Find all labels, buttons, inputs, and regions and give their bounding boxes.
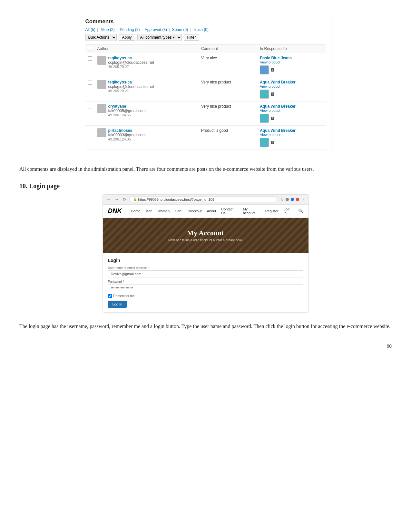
comments-filter-row: All (5) | Mine (2) | Pending (2) | Appro… bbox=[85, 27, 326, 32]
nav-women[interactable]: Women bbox=[158, 209, 170, 213]
response-cell: Aqua Wind Breaker View product 2 bbox=[257, 77, 326, 102]
section-10-heading: 10. Login page bbox=[19, 182, 392, 190]
author-email: ccplogin@cloudaccess.net bbox=[108, 60, 154, 65]
product-badge: 1 bbox=[271, 68, 274, 72]
table-row: crystyane fak00005@gmail.com 49.206.124.… bbox=[85, 102, 326, 126]
product-name[interactable]: Aqua Wind Breaker bbox=[260, 80, 323, 84]
row-checkbox-1[interactable] bbox=[88, 81, 92, 85]
lock-icon: 🔒 bbox=[133, 198, 137, 201]
author-ip: 49.205.79.27 bbox=[108, 65, 154, 69]
table-row: pirfactmoses fak00003@gmail.com 49.206.1… bbox=[85, 126, 326, 150]
response-cell: Aqua Wind Breaker View product 2 bbox=[257, 126, 326, 150]
filter-all[interactable]: All (5) bbox=[85, 27, 95, 32]
nav-login[interactable]: Log In bbox=[284, 207, 293, 215]
description-paragraph-2: The login page has the username, passwor… bbox=[19, 322, 392, 331]
col-author: Author bbox=[95, 44, 199, 53]
login-section-title: Login bbox=[108, 258, 303, 263]
comment-cell: Product is good bbox=[199, 126, 257, 150]
login-section: Login Username or email address * Passwo… bbox=[103, 253, 308, 312]
browser-dot-red bbox=[296, 198, 299, 201]
comment-cell: Very nice product bbox=[199, 102, 257, 126]
author-cell: teqikqyos-ca ccplogin@cloudaccess.net 49… bbox=[95, 53, 199, 77]
response-cell: Basic Blue Jeans View product 1 bbox=[257, 53, 326, 77]
nav-my-account[interactable]: My account bbox=[243, 207, 260, 215]
password-group: Password * bbox=[108, 280, 303, 291]
search-icon[interactable]: 🔍 bbox=[298, 208, 303, 213]
page-number: 60 bbox=[19, 343, 392, 349]
product-thumbnail bbox=[260, 65, 269, 74]
nav-cart[interactable]: Cart bbox=[175, 209, 181, 213]
product-badge: 2 bbox=[271, 117, 274, 120]
author-email: fak00005@gmail.com bbox=[108, 109, 146, 113]
browser-toolbar-icons: ☆ ⋮ bbox=[280, 197, 305, 202]
comment-cell: Very nice bbox=[199, 53, 257, 77]
remember-me-checkbox[interactable] bbox=[108, 294, 112, 298]
password-label: Password * bbox=[108, 280, 303, 284]
hero-title: My Account bbox=[109, 229, 302, 237]
browser-dot-blue bbox=[291, 198, 294, 201]
author-name[interactable]: teqikqyos-ca bbox=[108, 56, 154, 60]
star-icon[interactable]: ☆ bbox=[280, 197, 284, 202]
nav-home[interactable]: Home bbox=[131, 209, 140, 213]
back-button[interactable]: ← bbox=[106, 197, 112, 202]
remember-me-row: Remember me bbox=[108, 294, 303, 298]
row-checkbox-0[interactable] bbox=[88, 56, 92, 61]
filter-mine[interactable]: Mine (2) bbox=[101, 27, 115, 32]
view-product-link[interactable]: View product bbox=[260, 133, 323, 137]
menu-icon[interactable]: ⋮ bbox=[301, 197, 305, 202]
bulk-actions-select[interactable]: Bulk Actions bbox=[85, 34, 117, 41]
filter-spam[interactable]: Spam (0) bbox=[172, 27, 188, 32]
author-ip: 49.206.124.55 bbox=[108, 113, 146, 117]
filter-button[interactable]: Filter bbox=[184, 34, 200, 41]
author-name[interactable]: crystyane bbox=[108, 104, 146, 109]
nav-checkout[interactable]: Checkout bbox=[187, 209, 201, 213]
view-product-link[interactable]: View product bbox=[260, 84, 323, 88]
product-name[interactable]: Aqua Wind Breaker bbox=[260, 104, 323, 109]
comment-type-select[interactable]: All comment types ▾ bbox=[137, 34, 182, 41]
author-email: ccplogin@cloudaccess.net bbox=[108, 84, 154, 89]
username-input[interactable] bbox=[108, 270, 303, 277]
product-thumbnail bbox=[260, 138, 269, 147]
author-ip: 49.205.79.27 bbox=[108, 89, 154, 93]
product-name[interactable]: Aqua Wind Breaker bbox=[260, 128, 323, 133]
filter-approved[interactable]: Approved (3) bbox=[145, 27, 167, 32]
site-navigation: DNK Home Men Women Cart Checkout About C… bbox=[103, 205, 308, 218]
author-cell: teqikqyos-ca ccplogin@cloudaccess.net 49… bbox=[95, 77, 199, 102]
comment-cell: Very nice product bbox=[199, 77, 257, 102]
apply-button[interactable]: Apply bbox=[119, 34, 135, 41]
browser-dot-grey bbox=[286, 198, 289, 201]
view-product-link[interactable]: View product bbox=[260, 60, 323, 64]
select-all-checkbox[interactable] bbox=[88, 47, 92, 51]
filter-pending[interactable]: Pending (2) bbox=[120, 27, 140, 32]
browser-screenshot: ← → ⟳ 🔒 https://99035np.cloudaccess.host… bbox=[103, 194, 309, 313]
author-name[interactable]: pirfactmoses bbox=[108, 128, 146, 133]
nav-contact[interactable]: Contact Us bbox=[221, 207, 238, 215]
nav-register[interactable]: Register bbox=[265, 209, 279, 213]
hero-section: My Account Nam nec tellus a odio tincidu… bbox=[103, 218, 308, 253]
author-name[interactable]: teqikqyos-ca bbox=[108, 80, 154, 84]
browser-bar: ← → ⟳ 🔒 https://99035np.cloudaccess.host… bbox=[103, 195, 308, 205]
filter-trash[interactable]: Trash (0) bbox=[193, 27, 209, 32]
forward-button[interactable]: → bbox=[114, 197, 120, 202]
site-logo: DNK bbox=[108, 207, 122, 215]
table-row: teqikqyos-ca ccplogin@cloudaccess.net 49… bbox=[85, 77, 326, 102]
author-email: fak00003@gmail.com bbox=[108, 133, 146, 137]
view-product-link[interactable]: View product bbox=[260, 109, 323, 112]
comments-panel: Comments All (5) | Mine (2) | Pending (2… bbox=[80, 13, 331, 155]
password-input[interactable] bbox=[108, 284, 303, 291]
reload-button[interactable]: ⟳ bbox=[122, 197, 127, 202]
description-paragraph-1: All comments are displayed in the admini… bbox=[19, 165, 392, 173]
url-bar[interactable]: 🔒 https://99035np.cloudaccess.host/?page… bbox=[130, 197, 277, 202]
response-cell: Aqua Wind Breaker View product 2 bbox=[257, 102, 326, 126]
product-name[interactable]: Basic Blue Jeans bbox=[260, 56, 323, 60]
nav-about[interactable]: About bbox=[207, 209, 216, 213]
product-thumbnail bbox=[260, 90, 269, 99]
comments-actions-row: Bulk Actions Apply All comment types ▾ F… bbox=[85, 34, 326, 41]
product-badge: 2 bbox=[271, 141, 274, 144]
product-thumbnail bbox=[260, 114, 269, 123]
login-button[interactable]: Log In bbox=[108, 301, 127, 308]
nav-men[interactable]: Men bbox=[145, 209, 152, 213]
row-checkbox-2[interactable] bbox=[88, 105, 92, 109]
url-text: https://99035np.cloudaccess.host/?page_i… bbox=[138, 198, 214, 201]
row-checkbox-3[interactable] bbox=[88, 129, 92, 133]
